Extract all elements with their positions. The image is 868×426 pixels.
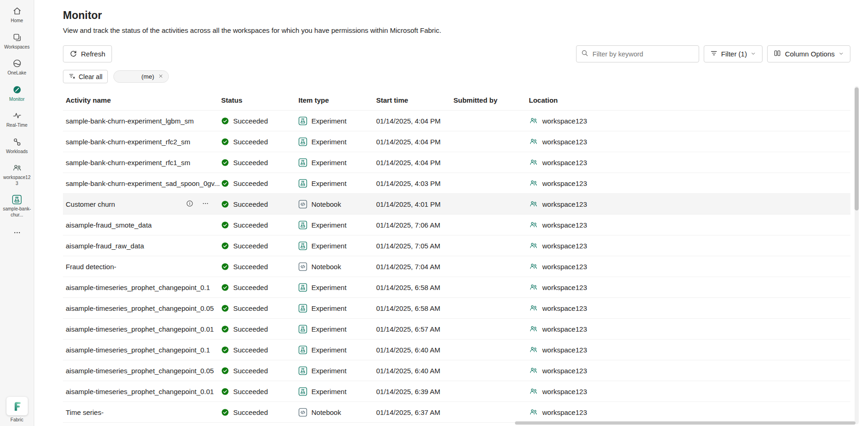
start-time: 01/14/2025, 7:06 AM (376, 221, 453, 229)
status-cell: Succeeded (221, 284, 298, 291)
succeeded-icon (221, 117, 229, 125)
item-type-label: Experiment (311, 117, 347, 125)
table-row[interactable]: sample-bank-churn-experiment_rfc2_sm Suc… (63, 131, 850, 152)
table-row[interactable]: aisample-timeseries_prophet_changepoint_… (63, 298, 850, 319)
experiment-icon (12, 195, 22, 204)
monitor-icon (12, 85, 22, 95)
start-time: 01/14/2025, 6:40 AM (376, 346, 453, 354)
table-row[interactable]: aisample-timeseries_prophet_changepoint_… (63, 277, 850, 298)
sidebar-item-workspace123[interactable]: workspace123 (0, 159, 34, 191)
sidebar-item-sample-bank-churn[interactable]: sample-bank-chur... (0, 191, 34, 222)
location-cell: workspace123 (529, 158, 850, 167)
sidebar-more-button[interactable] (0, 222, 34, 245)
sidebar-item-real-time[interactable]: Real-Time (0, 106, 34, 133)
sidebar-item-workspaces[interactable]: Workspaces (0, 28, 34, 55)
location-cell: workspace123 (529, 199, 850, 209)
activity-name: sample-bank-churn-experiment_lgbm_sm (66, 117, 194, 125)
location-cell: workspace123 (529, 366, 850, 375)
table-row[interactable]: aisample-fraud_raw_data Succeeded (63, 235, 850, 256)
column-header-item-type[interactable]: Item type (298, 92, 376, 110)
refresh-button[interactable]: Refresh (63, 45, 112, 62)
status-label: Succeeded (233, 200, 268, 208)
succeeded-icon (221, 200, 229, 208)
table-row[interactable]: sample-bank-churn-experiment_sad_spoon_0… (63, 173, 850, 194)
start-time: 01/14/2025, 6:40 AM (376, 367, 453, 375)
notebook-icon (298, 200, 307, 209)
succeeded-icon (221, 388, 229, 395)
fabric-logo[interactable] (6, 397, 28, 415)
item-type-cell: Experiment (298, 346, 376, 354)
keyword-filter-search[interactable] (576, 45, 699, 62)
sidebar-item-label: OneLake (7, 70, 26, 76)
row-info-button[interactable] (186, 200, 193, 209)
clear-filter-icon (68, 73, 75, 81)
activity-name-cell: Time series- (63, 408, 221, 416)
sidebar-item-onelake[interactable]: OneLake (0, 54, 34, 80)
activity-name-cell: aisample-timeseries_prophet_changepoint_… (63, 388, 221, 395)
page-title: Monitor (63, 9, 850, 22)
clear-all-filters-button[interactable]: Clear all (63, 70, 108, 83)
location-label: workspace123 (542, 117, 587, 125)
table-row[interactable]: sample-bank-churn-experiment_rfc1_sm Suc… (63, 152, 850, 173)
sidebar-item-monitor[interactable]: Monitor (0, 80, 34, 107)
sidebar-item-home[interactable]: Home (0, 2, 34, 28)
activity-name: sample-bank-churn-experiment_sad_spoon_0… (66, 179, 220, 187)
item-type-label: Experiment (311, 346, 347, 354)
activity-name: aisample-timeseries_prophet_changepoint_… (66, 304, 214, 312)
row-more-button[interactable] (202, 200, 209, 209)
table-row[interactable]: aisample-fraud_smote_data Succeeded (63, 215, 850, 235)
succeeded-icon (221, 221, 229, 229)
vertical-scrollbar-thumb[interactable] (855, 87, 859, 210)
filter-dropdown-button[interactable]: Filter (1) (704, 45, 763, 62)
activity-name: Time series- (66, 408, 104, 416)
chevron-down-icon (750, 50, 756, 58)
table-row[interactable]: aisample-timeseries_prophet_changepoint_… (63, 319, 850, 340)
status-label: Succeeded (233, 138, 268, 146)
table-row[interactable]: Customer churn Succeeded (63, 194, 850, 215)
filter-chip-submitted-by-me[interactable]: (me) (113, 70, 169, 83)
item-type-label: Notebook (311, 200, 341, 208)
status-label: Succeeded (233, 284, 268, 291)
activity-name-cell: aisample-timeseries_prophet_changepoint_… (63, 367, 221, 375)
search-input[interactable] (592, 50, 694, 58)
activity-name-cell: aisample-fraud_raw_data (63, 242, 221, 250)
realtime-icon (12, 111, 22, 121)
item-type-label: Experiment (311, 159, 347, 167)
workspace-people-icon (529, 137, 538, 146)
status-label: Succeeded (233, 367, 268, 375)
sidebar-item-label: sample-bank-chur... (2, 206, 32, 218)
table-row[interactable]: aisample-timeseries_prophet_changepoint_… (63, 340, 850, 360)
workspace-people-icon (529, 179, 538, 188)
activity-name-cell: aisample-timeseries_prophet_changepoint_… (63, 304, 221, 312)
sidebar-footer: Fabric (0, 397, 34, 422)
experiment-icon (298, 158, 307, 167)
horizontal-scrollbar-thumb[interactable] (515, 421, 856, 425)
sidebar-item-label: Real-Time (6, 123, 28, 129)
status-label: Succeeded (233, 221, 268, 229)
table-row[interactable]: Time series- Succeeded (63, 402, 850, 423)
succeeded-icon (221, 325, 229, 333)
column-header-location[interactable]: Location (529, 92, 850, 110)
sidebar-item-workloads[interactable]: Workloads (0, 133, 34, 159)
column-options-button[interactable]: Column Options (767, 45, 850, 62)
notebook-icon (298, 262, 307, 271)
workspace-people-icon (529, 116, 538, 125)
column-header-activity-name[interactable]: Activity name (63, 92, 221, 110)
table-row[interactable]: Fraud detection- Succeeded (63, 256, 850, 277)
column-header-status[interactable]: Status (221, 92, 298, 110)
vertical-scrollbar[interactable] (855, 86, 859, 424)
item-type-label: Experiment (311, 304, 347, 312)
table-row[interactable]: aisample-timeseries_prophet_changepoint_… (63, 381, 850, 402)
column-header-submitted-by[interactable]: Submitted by (453, 92, 529, 110)
table-row[interactable]: aisample-timeseries_prophet_changepoint_… (63, 360, 850, 381)
sidebar-item-label: Home (11, 18, 23, 24)
table-row[interactable]: sample-bank-churn-experiment_lgbm_sm Suc… (63, 111, 850, 131)
start-time: 01/14/2025, 6:58 AM (376, 304, 453, 312)
workspace-people-icon (529, 199, 538, 209)
location-label: workspace123 (542, 325, 587, 333)
succeeded-icon (221, 159, 229, 167)
column-header-start-time[interactable]: Start time (376, 92, 453, 110)
location-label: workspace123 (542, 179, 587, 187)
columns-icon (774, 49, 781, 58)
remove-filter-button[interactable] (157, 72, 164, 81)
